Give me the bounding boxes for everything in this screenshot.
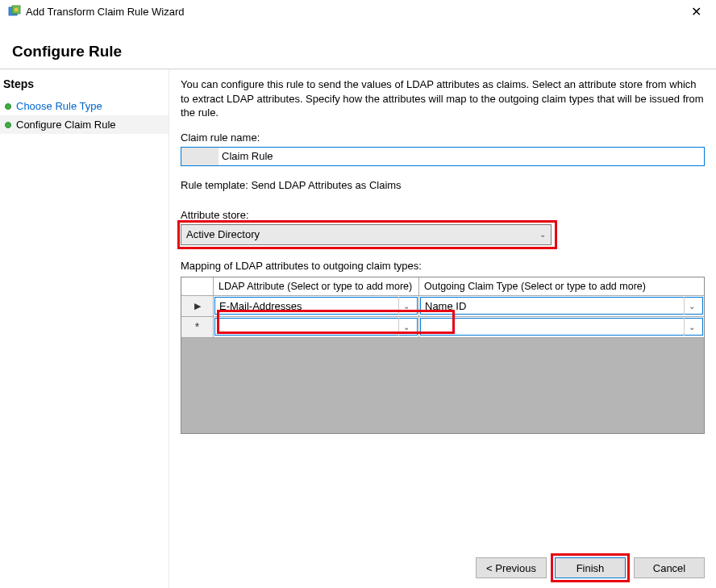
ldap-attribute-header: LDAP Attribute (Select or type to add mo… bbox=[214, 277, 419, 296]
previous-button[interactable]: < Previous bbox=[476, 557, 547, 578]
row-indicator-header bbox=[181, 277, 214, 296]
grid-row: ▶ E-Mail-Addresses ⌄ Name ID ⌄ bbox=[181, 296, 704, 317]
ldap-attribute-value: E-Mail-Addresses bbox=[219, 300, 302, 312]
step-configure-claim-rule[interactable]: Configure Claim Rule bbox=[0, 115, 169, 134]
chevron-down-icon: ⌄ bbox=[398, 297, 413, 315]
claim-rule-name-label: Claim rule name: bbox=[181, 131, 705, 144]
window-title: Add Transform Claim Rule Wizard bbox=[26, 6, 685, 18]
step-label: Configure Claim Rule bbox=[16, 119, 116, 131]
ldap-attribute-cell[interactable]: ⌄ bbox=[214, 317, 419, 338]
step-bullet-icon bbox=[5, 122, 11, 128]
wizard-icon bbox=[8, 5, 21, 18]
step-label: Choose Rule Type bbox=[16, 100, 102, 112]
claim-rule-name-input-wrap bbox=[181, 147, 705, 166]
attribute-store-label: Attribute store: bbox=[181, 209, 705, 221]
close-icon[interactable]: ✕ bbox=[685, 4, 708, 19]
step-bullet-icon bbox=[5, 103, 11, 110]
button-bar: < Previous Finish Cancel bbox=[476, 557, 705, 578]
claim-rule-name-input[interactable] bbox=[219, 148, 704, 165]
mapping-grid: LDAP Attribute (Select or type to add mo… bbox=[181, 277, 705, 434]
chevron-down-icon: ⌄ bbox=[684, 318, 698, 336]
rule-template-text: Rule template: Send LDAP Attributes as C… bbox=[181, 179, 705, 191]
input-prefix-block bbox=[181, 148, 219, 165]
page-title: Configure Rule bbox=[0, 23, 716, 69]
grid-header-row: LDAP Attribute (Select or type to add mo… bbox=[181, 277, 704, 296]
outgoing-claim-header: Outgoing Claim Type (Select or type to a… bbox=[419, 277, 704, 296]
mapping-label: Mapping of LDAP attributes to outgoing c… bbox=[181, 260, 705, 272]
attribute-store-value: Active Directory bbox=[186, 228, 260, 240]
grid-row: * ⌄ ⌄ bbox=[181, 317, 704, 338]
ldap-attribute-cell[interactable]: E-Mail-Addresses ⌄ bbox=[214, 296, 419, 317]
content-panel: You can configure this rule to send the … bbox=[169, 69, 716, 588]
svg-point-2 bbox=[15, 8, 18, 11]
sidebar-title: Steps bbox=[0, 74, 169, 97]
chevron-down-icon: ⌄ bbox=[684, 297, 698, 315]
chevron-down-icon: ⌄ bbox=[539, 230, 546, 239]
attribute-store-wrap: Active Directory ⌄ bbox=[181, 224, 705, 245]
description-text: You can configure this rule to send the … bbox=[181, 77, 705, 120]
chevron-down-icon: ⌄ bbox=[398, 318, 413, 336]
main-area: Steps Choose Rule Type Configure Claim R… bbox=[0, 69, 716, 588]
cancel-button[interactable]: Cancel bbox=[634, 557, 705, 578]
claim-type-cell[interactable]: Name ID ⌄ bbox=[419, 296, 704, 317]
row-indicator: * bbox=[181, 317, 214, 338]
claim-type-cell[interactable]: ⌄ bbox=[419, 317, 704, 338]
row-indicator: ▶ bbox=[181, 296, 214, 317]
steps-sidebar: Steps Choose Rule Type Configure Claim R… bbox=[0, 69, 169, 588]
attribute-store-select[interactable]: Active Directory ⌄ bbox=[181, 224, 552, 245]
title-bar: Add Transform Claim Rule Wizard ✕ bbox=[0, 0, 716, 23]
claim-type-value: Name ID bbox=[425, 300, 466, 312]
step-choose-rule-type[interactable]: Choose Rule Type bbox=[0, 97, 169, 115]
finish-button[interactable]: Finish bbox=[555, 557, 626, 578]
